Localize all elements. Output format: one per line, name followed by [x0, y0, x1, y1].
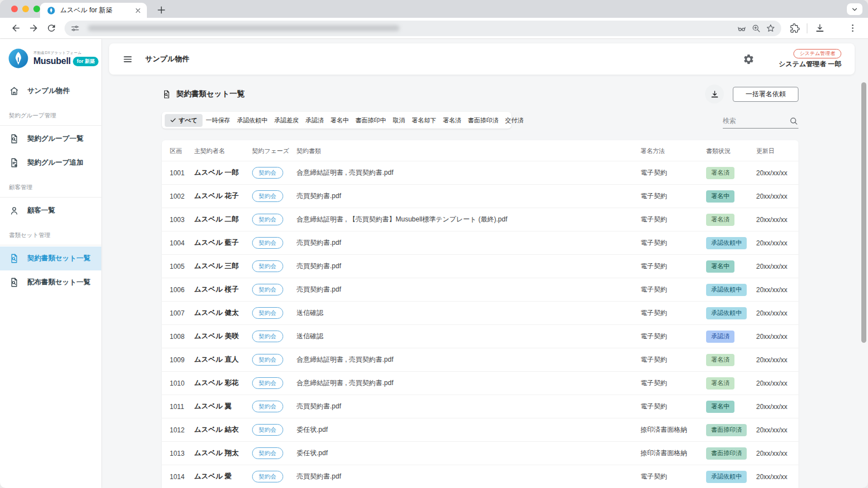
extensions-icon[interactable] [787, 21, 802, 36]
gear-icon[interactable] [743, 53, 754, 65]
table-row[interactable]: 1004ムスベル 藍子契約会売買契約書.pdf電子契約承認依頼中20xx/xx/… [162, 231, 798, 254]
filter-tab-すべて[interactable]: すべて [165, 114, 203, 127]
reload-button[interactable] [44, 21, 58, 36]
table-row[interactable]: 1001ムスベル 一郎契約会合意締結証明書 , 売買契約書.pdf電子契約署名済… [162, 161, 798, 184]
close-tab-icon[interactable] [134, 6, 142, 15]
downloads-icon[interactable] [812, 21, 827, 36]
hamburger-menu-icon[interactable] [122, 54, 133, 65]
cell-phase: 契約会 [252, 471, 297, 482]
search-box[interactable] [723, 114, 798, 129]
forward-button[interactable] [26, 21, 41, 36]
table-row[interactable]: 1013ムスベル 翔太契約会委任状.pdf捺印済書面格納書面捺印済20xx/xx… [162, 441, 798, 465]
table-row[interactable]: 1012ムスベル 結衣契約会委任状.pdf捺印済書面格納書面捺印済20xx/xx… [162, 418, 798, 441]
sidebar-item-label: 契約書類セット一覧 [27, 254, 90, 263]
password-manager-icon[interactable] [737, 23, 747, 33]
minimize-window-button[interactable] [22, 6, 29, 12]
brand-badge: for 新築 [73, 57, 99, 66]
download-list-button[interactable] [705, 85, 724, 103]
bookmark-star-icon[interactable] [766, 23, 776, 33]
cell-status: 署名中 [706, 190, 756, 203]
cell-sign-method: 電子契約 [640, 238, 706, 248]
table-row[interactable]: 1003ムスベル 二郎契約会合意締結証明書 , 【売買契約書】Musubell標… [162, 208, 798, 231]
table-row[interactable]: 1009ムスベル 直人契約会合意締結証明書 , 売買契約書.pdf電子契約署名済… [162, 348, 798, 371]
table-row[interactable]: 1011ムスベル 翼契約会売買契約書.pdf電子契約署名中20xx/xx/xx [162, 395, 798, 418]
cell-contractor-name: ムスベル 健太 [194, 308, 252, 318]
filter-tab-書面捺印済[interactable]: 書面捺印済 [465, 114, 502, 127]
zoom-window-button[interactable] [33, 6, 40, 12]
bulk-sign-request-button[interactable]: 一括署名依頼 [733, 87, 798, 102]
cell-phase: 契約会 [252, 167, 297, 179]
cell-sign-method: 電子契約 [640, 191, 706, 201]
appbar-title: サンプル物件 [145, 54, 189, 64]
filter-tab-承認差戻[interactable]: 承認差戻 [271, 114, 302, 127]
tune-icon[interactable] [70, 23, 80, 33]
cell-updated-date: 20xx/xx/xx [756, 309, 790, 317]
column-header-書類状況: 書類状況 [706, 147, 756, 155]
status-badge: 署名中 [706, 260, 734, 273]
browser-menu-icon[interactable] [845, 21, 860, 36]
sidebar-item-配布書類セット一覧[interactable]: 配布書類セット一覧 [0, 270, 101, 294]
sidebar-item-顧客一覧[interactable]: 顧客一覧 [0, 199, 101, 223]
cell-phase: 契約会 [252, 331, 297, 342]
cell-updated-date: 20xx/xx/xx [756, 216, 790, 224]
main-area: サンプル物件 システム管理者 システム管理者 一郎 契約書類セット一覧 一括署名… [101, 39, 868, 488]
search-input[interactable] [723, 117, 789, 125]
filter-tab-取消[interactable]: 取消 [389, 114, 408, 127]
address-bar[interactable] [65, 21, 781, 36]
user-block[interactable]: システム管理者 システム管理者 一郎 [779, 49, 841, 69]
cell-section-id: 1009 [170, 356, 194, 364]
filter-tab-承認済[interactable]: 承認済 [302, 114, 327, 127]
cell-documents: 売買契約書.pdf [297, 238, 640, 248]
back-button[interactable] [8, 21, 23, 36]
brand-name: Musubell [33, 56, 71, 66]
status-badge: 承認依頼中 [706, 284, 747, 296]
filter-tab-承認依頼中[interactable]: 承認依頼中 [234, 114, 271, 127]
cell-documents: 送信確認 [297, 332, 640, 341]
doc-search-icon [9, 134, 19, 144]
cell-section-id: 1002 [170, 193, 194, 200]
filter-tab-署名却下[interactable]: 署名却下 [408, 114, 440, 127]
role-badge: システム管理者 [793, 49, 841, 58]
sidebar-item-サンプル物件[interactable]: サンプル物件 [0, 79, 101, 103]
status-badge: 承認依頼中 [706, 471, 747, 483]
page-scrollbar[interactable] [861, 82, 866, 343]
filter-tab-署名済[interactable]: 署名済 [440, 114, 465, 127]
search-icon[interactable] [789, 116, 798, 126]
filter-tab-署名中[interactable]: 署名中 [327, 114, 352, 127]
doc-search-icon [9, 253, 19, 264]
browser-tab[interactable]: ムスベル for 新築 [40, 3, 147, 18]
cell-documents: 委任状.pdf [297, 425, 640, 435]
sidebar-item-契約グループ一覧[interactable]: 契約グループ一覧 [0, 127, 101, 151]
table-row[interactable]: 1010ムスベル 彩花契約会合意締結証明書 , 売買契約書.pdf電子契約署名済… [162, 371, 798, 395]
brand[interactable]: 不動産DXプラットフォーム Musubell for 新築 [0, 39, 101, 79]
table-row[interactable]: 1002ムスベル 花子契約会売買契約書.pdf電子契約署名中20xx/xx/xx [162, 184, 798, 208]
close-window-button[interactable] [11, 6, 18, 12]
cell-sign-method: 電子契約 [640, 168, 706, 178]
cell-status: 書面捺印済 [706, 447, 756, 460]
tab-search-button[interactable] [847, 3, 862, 15]
sidebar-item-契約書類セット一覧[interactable]: 契約書類セット一覧 [0, 247, 101, 270]
cell-updated-date: 20xx/xx/xx [756, 193, 790, 200]
table-row[interactable]: 1014ムスベル 愛契約会売買契約書.pdf電子契約承認依頼中20xx/xx/x… [162, 465, 798, 488]
table-row[interactable]: 1005ムスベル 三郎契約会売買契約書.pdf電子契約署名中20xx/xx/xx [162, 254, 798, 278]
cell-updated-date: 20xx/xx/xx [756, 239, 790, 247]
cell-contractor-name: ムスベル 三郎 [194, 262, 252, 271]
phase-badge: 契約会 [252, 471, 283, 482]
sidebar-item-契約グループ追加[interactable]: 契約グループ追加 [0, 151, 101, 175]
cell-updated-date: 20xx/xx/xx [756, 286, 790, 294]
zoom-in-icon[interactable] [751, 23, 761, 33]
cell-updated-date: 20xx/xx/xx [756, 169, 790, 177]
cell-sign-method: 電子契約 [640, 262, 706, 271]
cell-updated-date: 20xx/xx/xx [756, 356, 790, 364]
filter-tab-一時保存[interactable]: 一時保存 [203, 114, 234, 127]
sidebar-section-label: 顧客管理 [0, 175, 101, 198]
table-row[interactable]: 1007ムスベル 健太契約会送信確認電子契約承認依頼中20xx/xx/xx [162, 301, 798, 324]
filter-tab-交付済[interactable]: 交付済 [502, 114, 527, 127]
new-tab-button[interactable] [156, 4, 167, 16]
table-row[interactable]: 1008ムスベル 美咲契約会送信確認電子契約承認済20xx/xx/xx [162, 324, 798, 348]
filter-tab-書面捺印中[interactable]: 書面捺印中 [352, 114, 389, 127]
cell-sign-method: 電子契約 [640, 215, 706, 224]
person-icon [9, 205, 19, 216]
table-row[interactable]: 1006ムスベル 桜子契約会売買契約書.pdf電子契約承認依頼中20xx/xx/… [162, 278, 798, 301]
url-text-redacted [88, 25, 400, 31]
